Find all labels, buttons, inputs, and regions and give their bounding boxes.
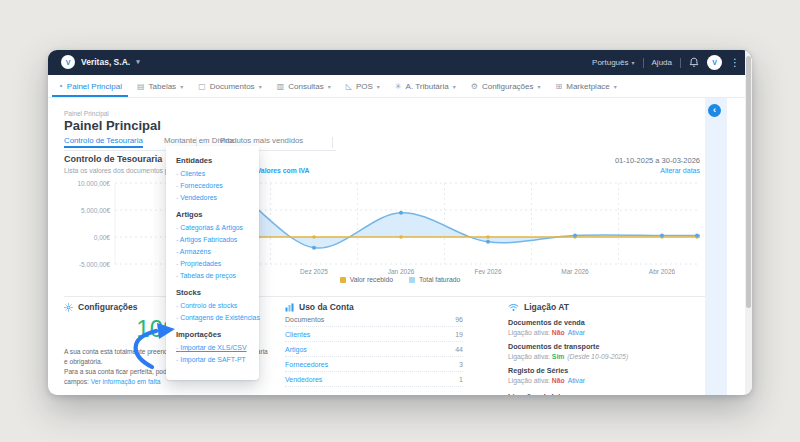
usage-value: 96 [455, 316, 463, 323]
chevron-down-icon: ▾ [136, 58, 140, 66]
status-value: Sim [552, 353, 564, 360]
divider [332, 137, 333, 148]
svg-text:Dez 2025: Dez 2025 [300, 268, 328, 275]
language-selector[interactable]: Português ▾ [592, 58, 634, 67]
at-title: Ligação AT [524, 302, 569, 312]
menu-item-controlo-de-stocks[interactable]: Controlo de stocks [176, 302, 250, 309]
notifications-button[interactable] [689, 57, 699, 68]
date-range: 01-10-2025 a 30-03-2026 [615, 156, 700, 165]
svg-text:0,00€: 0,00€ [94, 234, 111, 241]
usage-label: Documentos [285, 316, 324, 323]
usage-panel: Uso da Conta Documentos96Clientes19Artig… [285, 302, 463, 387]
svg-text:Abr 2026: Abr 2026 [649, 268, 676, 275]
help-link[interactable]: Ajuda [652, 58, 672, 67]
nav-item-documentos[interactable]: ▢Documentos▾ [198, 75, 262, 97]
menu-item-tabelas-de-pre-os[interactable]: Tabelas de preços [176, 272, 250, 279]
documents-icon: ▢ [198, 82, 206, 91]
menu-item-vendedores[interactable]: Vendedores [176, 194, 250, 201]
menu-section-importações: ImportaçõesImportar de XLS/CSVImportar d… [176, 330, 250, 363]
chevron-down-icon: ▾ [259, 83, 262, 90]
nav-item-configura-es[interactable]: ⚙Configurações▾ [471, 75, 541, 97]
legend-swatch [340, 277, 346, 283]
menu-item-armaz-ns[interactable]: Armazéns [176, 248, 250, 255]
nav-item-painel-principal[interactable]: ◔Painel Principal [58, 75, 122, 97]
account-switcher[interactable]: V Veritas, S.A. ▾ [61, 55, 140, 69]
nav-item-label: Marketplace [566, 82, 610, 91]
missing-info-link[interactable]: Ver informação em falta [91, 378, 161, 385]
chevron-down-icon: ▾ [377, 83, 380, 90]
side-panel-toggle-button[interactable]: ‹ [708, 104, 721, 117]
app-window: V Veritas, S.A. ▾ Português ▾ Ajuda [48, 50, 752, 395]
usage-value: 1 [459, 376, 463, 383]
menu-item-fornecedores[interactable]: Fornecedores [176, 182, 250, 189]
menu-section-title: Artigos [176, 210, 250, 219]
at-footer: Ligações de Interesse [508, 392, 704, 395]
menu-section-title: Stocks [176, 288, 250, 297]
nav-item-consultas[interactable]: ▥Consultas▾ [277, 75, 331, 97]
nav-item-label: Configurações [482, 82, 534, 91]
activate-link[interactable]: Ativar [568, 377, 585, 384]
nav-item-label: Tabelas [149, 82, 177, 91]
legend-label: Total faturado [419, 276, 460, 283]
bar-chart-icon [285, 303, 294, 312]
svg-text:Mar 2026: Mar 2026 [561, 268, 589, 275]
company-logo: V [61, 55, 75, 69]
reports-icon: ▥ [277, 82, 285, 91]
activate-link[interactable]: Ativar [568, 329, 585, 336]
treasury-section-title: Controlo de Tesouraria [64, 154, 162, 164]
chevron-down-icon: ▾ [614, 83, 617, 90]
change-dates-link[interactable]: Alterar datas [660, 167, 700, 174]
usage-label[interactable]: Clientes [285, 331, 310, 338]
svg-text:Jan 2026: Jan 2026 [388, 268, 415, 275]
menu-item-categorias-artigos[interactable]: Categorias & Artigos [176, 224, 250, 231]
usage-label[interactable]: Artigos [285, 346, 307, 353]
menu-section-title: Entidades [176, 156, 250, 165]
legend-item-total-faturado: Total faturado [409, 276, 460, 283]
menu-section-stocks: StocksControlo de stocksContagens de Exi… [176, 288, 250, 321]
legend-item-valor-recebido: Valor recebido [340, 276, 393, 283]
nav-item-marketplace[interactable]: ⊞Marketplace▾ [556, 75, 617, 97]
tax-icon: ✳ [395, 82, 402, 91]
at-entry-name: Documentos de venda [508, 318, 704, 327]
menu-item-artigos-fabricados[interactable]: Artigos Fabricados [176, 236, 250, 243]
screenshot-stage: V Veritas, S.A. ▾ Português ▾ Ajuda [0, 0, 800, 442]
usage-label[interactable]: Vendedores [285, 376, 322, 383]
nav-item-label: Documentos [210, 82, 255, 91]
menu-item-contagens-de-exist-ncias[interactable]: Contagens de Existências [176, 314, 250, 321]
topbar-right: Português ▾ Ajuda V ⋮ [592, 50, 740, 75]
main-nav: ◔Painel Principal▤Tabelas▾▢Documentos▾▥C… [48, 75, 752, 98]
nav-item-tabelas[interactable]: ▤Tabelas▾ [137, 75, 183, 97]
menu-section-entidades: EntidadesClientesFornecedoresVendedores [176, 156, 250, 201]
menu-item-clientes[interactable]: Clientes [176, 170, 250, 177]
usage-title: Uso da Conta [299, 302, 354, 312]
bell-icon [689, 57, 699, 68]
scrollbar-thumb[interactable] [746, 56, 751, 308]
avatar[interactable]: V [707, 55, 722, 70]
usage-label[interactable]: Fornecedores [285, 361, 328, 368]
dashboard-icon: ◔ [58, 82, 63, 91]
chevron-down-icon: ▾ [328, 83, 331, 90]
chart-legend: Valor recebidoTotal faturado [48, 276, 752, 283]
menu-item-propriedades[interactable]: Propriedades [176, 260, 250, 267]
menu-item-importar-de-xls-csv[interactable]: Importar de XLS/CSV [176, 344, 250, 351]
pos-icon: ◺ [346, 82, 352, 91]
tab-controlo-de-tesouraria[interactable]: Controlo de Tesouraria [64, 136, 143, 145]
at-entry-status: Ligação ativa: NãoAtivar [508, 329, 704, 336]
menu-section-title: Importações [176, 330, 250, 339]
nav-item-a-tribut-ria[interactable]: ✳A. Tributária▾ [395, 75, 456, 97]
menu-item-importar-de-saft-pt[interactable]: Importar de SAFT-PT [176, 356, 250, 363]
language-label: Português [592, 58, 628, 67]
company-name: Veritas, S.A. [81, 57, 130, 67]
nav-item-label: POS [356, 82, 373, 91]
svg-text:5.000,00€: 5.000,00€ [81, 207, 110, 214]
side-panel-strip [705, 98, 727, 395]
tab-produtos-mais-vendidos[interactable]: Produtos mais vendidos [220, 136, 303, 145]
chevron-down-icon: ▾ [453, 83, 456, 90]
nav-item-label: Painel Principal [67, 82, 122, 91]
kebab-menu-icon[interactable]: ⋮ [730, 57, 740, 68]
at-entry-status: Ligação ativa: NãoAtivar [508, 377, 704, 384]
values-with-vat-link[interactable]: Valores com IVA [257, 167, 310, 174]
nav-item-pos[interactable]: ◺POS▾ [346, 75, 380, 97]
chevron-down-icon: ▾ [180, 83, 183, 90]
nav-item-label: A. Tributária [406, 82, 449, 91]
